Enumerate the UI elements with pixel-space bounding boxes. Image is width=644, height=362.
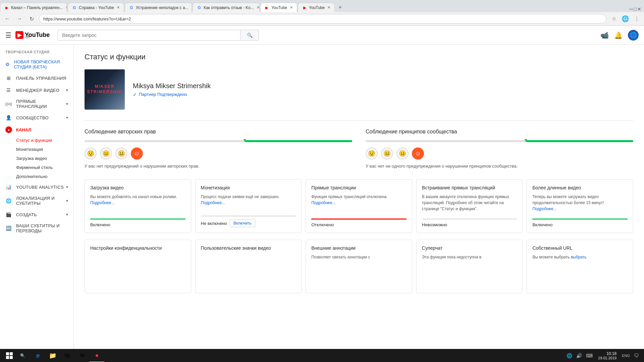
- copyright-status-bar: [85, 140, 352, 142]
- sidebar-item-analytics[interactable]: 📊 YOUTUBE ANALYTICS ▾: [0, 181, 73, 193]
- tab-3-close[interactable]: ✕: [191, 5, 192, 10]
- tab-4[interactable]: G Как отправить отзыв - Ko... ✕: [193, 3, 260, 12]
- notifications-icon[interactable]: 🔔: [614, 31, 623, 39]
- taskbar-app-ie[interactable]: e: [31, 349, 45, 362]
- sidebar-item-subtitles-label: ВАШИ СУБТИТРЫ И ПЕРЕВОДЫ: [16, 223, 68, 233]
- sidebar-sub-branding[interactable]: Фирменный стиль: [16, 163, 73, 172]
- start-button[interactable]: [1, 349, 17, 362]
- sidebar-item-live[interactable]: ((•)) ПРЯМЫЕ ТРАНСЛЯЦИИ ▾: [0, 96, 73, 112]
- volume-icon[interactable]: 🔊: [575, 353, 583, 358]
- user-avatar[interactable]: 🌐: [628, 30, 639, 41]
- sidebar-item-studio-new[interactable]: ⚙ НОВАЯ ТВОРЧЕСКАЯ СТУДИЯ (БЕТА): [0, 57, 73, 72]
- tab-3[interactable]: G Устранение неполадок с а... ✕: [125, 3, 192, 12]
- feature-card-monetization-title: Монетизация: [201, 185, 296, 190]
- sidebar-item-subtitles[interactable]: 🔤 ВАШИ СУБТИТРЫ И ПЕРЕВОДЫ: [0, 221, 73, 236]
- notification-panel-icon[interactable]: 🗨: [633, 353, 640, 358]
- tab-1-close[interactable]: ✕: [65, 5, 67, 10]
- sidebar-item-community[interactable]: 👤 СООБЩЕСТВО ▾: [0, 112, 73, 124]
- tab-2-favicon: G: [72, 5, 77, 10]
- sidebar-item-localization[interactable]: 🌐 ЛОКАЛИЗАЦИЯ И СУБТИТРЫ ▾: [0, 193, 73, 208]
- windows-logo-icon: [6, 352, 13, 359]
- taskbar-app-chrome[interactable]: ●: [90, 349, 104, 362]
- taskbar-app-files[interactable]: 📁: [45, 349, 60, 362]
- sidebar-item-video-manager[interactable]: ☰ МЕНЕДЖЕР ВИДЕО ▾: [0, 84, 73, 96]
- taskbar-app-mail[interactable]: ✉: [75, 349, 90, 362]
- tab-6[interactable]: ▶ YouTube ✕: [298, 3, 335, 12]
- tab-4-close[interactable]: ✕: [257, 5, 260, 10]
- content-area: Статус и функции MIKSERSTRIMERSHIK Miksy…: [74, 45, 644, 349]
- sidebar-item-create[interactable]: 🎬 СОЗДАТЬ ▾: [0, 208, 73, 221]
- back-button[interactable]: ←: [3, 14, 12, 23]
- feature-card-custom-url-link[interactable]: выбрать: [571, 255, 587, 259]
- youtube-header: ☰ ▶ YouTube UA 🔍 📹 🔔 🌐: [0, 26, 644, 45]
- copyright-face-3: 😐: [115, 147, 127, 160]
- feature-card-live-link[interactable]: Подробнее...: [311, 200, 335, 205]
- sidebar-item-dashboard[interactable]: ⊞ ПАНЕЛЬ УПРАВЛЕНИЯ: [0, 72, 73, 84]
- tab-1[interactable]: ▶ Канал – Панель управлен... ✕: [0, 3, 67, 12]
- feature-card-monetization-link[interactable]: Подробнее...: [201, 200, 225, 205]
- gear-icon: ⚙: [5, 61, 10, 68]
- maximize-button[interactable]: □: [634, 6, 637, 12]
- sidebar-item-channel[interactable]: ● КАНАЛ: [0, 124, 73, 136]
- copyright-title: Соблюдение авторских прав: [85, 129, 352, 135]
- community-face-4: ☺: [412, 147, 424, 160]
- video-upload-icon[interactable]: 📹: [600, 31, 609, 39]
- keyboard-icon[interactable]: ⌨: [585, 353, 594, 358]
- community-section: Соблюдение принципов сообщества ▼ 😟 😐 😐 …: [366, 129, 633, 169]
- feature-card-live-footer: Отключено: [311, 219, 407, 227]
- menu-icon[interactable]: ⋮: [632, 14, 641, 23]
- url-bar[interactable]: https://www.youtube.com/features?o=U&ar=…: [39, 14, 606, 23]
- network-icon[interactable]: 🌐: [565, 353, 574, 358]
- forward-button[interactable]: →: [15, 14, 24, 23]
- refresh-button[interactable]: ↻: [27, 14, 36, 23]
- close-button[interactable]: ✕: [637, 6, 641, 12]
- enable-monetization-button[interactable]: Включить: [230, 219, 255, 227]
- feature-card-longer-link[interactable]: Подробнее...: [532, 206, 556, 211]
- feature-card-custom-thumbs: Пользовательские значки видео: [195, 240, 302, 293]
- feature-card-privacy-desc: [90, 254, 185, 288]
- copyright-bar-fill: [245, 140, 352, 142]
- tab-6-close[interactable]: ✕: [327, 5, 330, 10]
- taskbar-search[interactable]: 🔍: [17, 353, 28, 358]
- sidebar-sub-advanced[interactable]: Дополнительно: [16, 172, 73, 181]
- sidebar-sub-monetization[interactable]: Монетизация: [16, 145, 73, 154]
- feature-card-upload-link[interactable]: Подробнее...: [90, 200, 114, 205]
- section-divider: [85, 120, 633, 121]
- hamburger-menu[interactable]: ☰: [5, 31, 11, 39]
- sidebar-sub-upload[interactable]: Загрузка видео: [16, 154, 73, 163]
- community-faces: 😟 😐 😐 ☺: [366, 147, 633, 160]
- copyright-bar-container: ▼: [85, 140, 352, 142]
- feature-card-monetization-desc: Процесс подачи заявки ещё не завершен. П…: [201, 194, 296, 212]
- feature-card-monetization-footer: Не включено Включить: [201, 216, 296, 227]
- community-face-2: 😐: [381, 147, 393, 160]
- community-bar-fill: [526, 140, 633, 142]
- feature-card-custom-thumbs-title: Пользовательские значки видео: [201, 245, 296, 251]
- taskbar-app-store[interactable]: 🛍: [60, 349, 75, 362]
- store-icon: 🛍: [64, 352, 70, 359]
- tab-5-close[interactable]: ✕: [290, 5, 293, 10]
- channel-icon: ●: [5, 126, 12, 133]
- bookmark-icon[interactable]: ☆: [609, 14, 619, 23]
- sidebar-item-dashboard-label: ПАНЕЛЬ УПРАВЛЕНИЯ: [16, 76, 68, 81]
- search-icon: 🔍: [20, 353, 25, 358]
- tab-6-favicon: ▶: [302, 5, 307, 10]
- feature-card-upload-desc: Вы можете добавлять на канал новые ролик…: [90, 194, 185, 215]
- tab-5[interactable]: ▶ YouTube ✕: [260, 3, 297, 12]
- tab-2-close[interactable]: ✕: [117, 5, 120, 10]
- youtube-logo[interactable]: ▶ YouTube UA: [15, 31, 50, 39]
- taskbar: 🔍 e 📁 🛍 ✉ ● 🌐 🔊 ⌨ 10:18 19.01.2019 ENG 🗨: [0, 349, 644, 362]
- chevron-down-icon: ▾: [66, 88, 68, 93]
- new-tab-button[interactable]: +: [335, 3, 345, 12]
- taskbar-apps: e 📁 🛍 ✉ ●: [31, 349, 104, 362]
- tab-2[interactable]: G Справка - YouTube ✕: [68, 3, 124, 12]
- search-button[interactable]: 🔍: [240, 30, 259, 41]
- main-layout: ТВОРЧЕСКАЯ СТУДИЯ ⚙ НОВАЯ ТВОРЧЕСКАЯ СТУ…: [0, 45, 644, 349]
- tab-6-title: YouTube: [309, 5, 325, 10]
- search-input[interactable]: [58, 30, 240, 41]
- minimize-button[interactable]: ─: [629, 6, 633, 12]
- sidebar-sub-status[interactable]: Статус и функции: [16, 136, 73, 145]
- profile-icon[interactable]: 🌐: [621, 14, 630, 23]
- channel-thumbnail: MIKSERSTRIMERSHIK: [85, 69, 125, 110]
- feature-status-longer: Включено: [532, 219, 628, 227]
- tab-1-favicon: ▶: [4, 5, 9, 10]
